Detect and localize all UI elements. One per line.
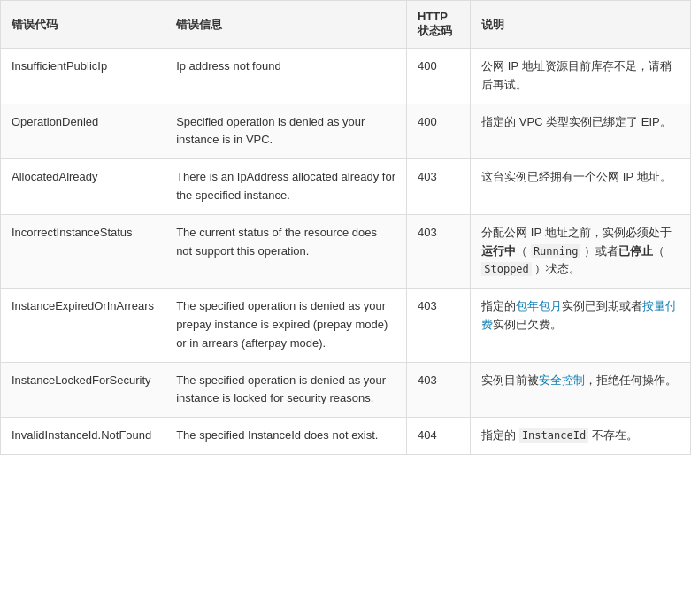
bold-text: 已停止 [618,244,653,258]
description-cell: 指定的 VPC 类型实例已绑定了 EIP。 [471,104,691,159]
table-row: AllocatedAlreadyThere is an IpAddress al… [1,159,691,215]
col-header-message: 错误信息 [165,1,407,49]
error-message-cell: Ip address not found [165,49,407,104]
error-table: 错误代码 错误信息 HTTP 状态码 说明 InsufficientPublic… [0,0,691,455]
col-header-code: 错误代码 [1,1,165,49]
http-status-cell: 403 [407,214,471,288]
code-text: Stopped [481,262,532,276]
table-wrapper: 错误代码 错误信息 HTTP 状态码 说明 InsufficientPublic… [0,0,691,455]
desc-link[interactable]: 包年包月 [516,299,562,312]
description-cell: 实例目前被安全控制，拒绝任何操作。 [471,362,691,418]
http-status-cell: 403 [407,289,471,362]
description-cell: 指定的包年包月实例已到期或者按量付费实例已欠费。 [471,289,691,362]
error-code-cell: InvalidInstanceId.NotFound [1,418,165,455]
error-code-cell: AllocatedAlready [1,159,165,215]
error-message-cell: The specified operation is denied as you… [165,362,407,418]
desc-link[interactable]: 按量付费 [481,299,677,331]
http-status-cell: 400 [407,49,471,104]
description-cell: 指定的 InstanceId 不存在。 [471,418,691,455]
table-row: InstanceExpiredOrInArrearsThe specified … [1,289,691,362]
bold-text: 运行中 [481,244,516,258]
error-message-cell: The specified InstanceId does not exist. [165,418,407,455]
error-code-cell: InstanceLockedForSecurity [1,362,165,418]
desc-link[interactable]: 安全控制 [539,373,585,387]
col-header-desc: 说明 [471,1,691,49]
http-status-cell: 404 [407,418,471,455]
table-row: InsufficientPublicIpIp address not found… [1,49,691,104]
error-message-cell: Specified operation is denied as your in… [165,104,407,159]
error-message-cell: There is an IpAddress allocated already … [165,159,407,215]
error-message-cell: The current status of the resource does … [165,214,407,288]
table-header-row: 错误代码 错误信息 HTTP 状态码 说明 [1,1,691,49]
description-cell: 这台实例已经拥有一个公网 IP 地址。 [471,159,691,215]
code-text: Running [531,244,581,258]
col-header-http: HTTP 状态码 [407,1,471,49]
description-cell: 公网 IP 地址资源目前库存不足，请稍后再试。 [471,49,691,104]
error-code-cell: InsufficientPublicIp [1,49,165,104]
code-text: InstanceId [519,428,588,443]
error-code-cell: OperationDenied [1,104,165,159]
error-message-cell: The specified operation is denied as you… [165,289,407,362]
error-code-cell: IncorrectInstanceStatus [1,214,165,288]
table-row: IncorrectInstanceStatusThe current statu… [1,214,691,288]
description-cell: 分配公网 IP 地址之前，实例必须处于运行中（ Running ）或者已停止（ … [471,214,691,288]
http-status-cell: 400 [407,104,471,159]
error-code-cell: InstanceExpiredOrInArrears [1,289,165,362]
table-row: InstanceLockedForSecurityThe specified o… [1,362,691,418]
http-status-cell: 403 [407,159,471,215]
table-row: OperationDeniedSpecified operation is de… [1,104,691,159]
http-status-cell: 403 [407,362,471,418]
table-row: InvalidInstanceId.NotFoundThe specified … [1,418,691,455]
